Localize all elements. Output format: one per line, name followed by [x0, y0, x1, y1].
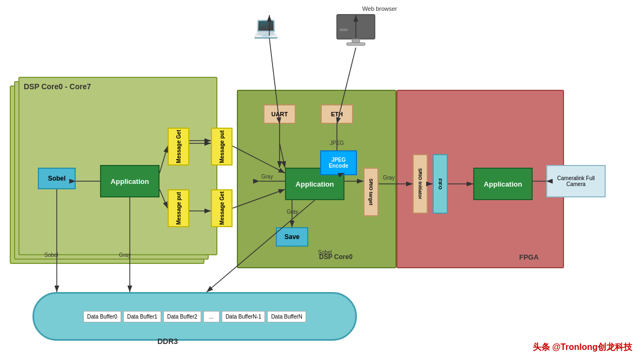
- web-browser-label: Web browser: [336, 5, 423, 12]
- watermark: 头条 @Tronlong创龙科技: [533, 342, 632, 353]
- ddr3-label: DDR3: [157, 337, 178, 346]
- diagram-area: DSP Core0 - Core7 DSP Core0 FPGA Web bro…: [0, 0, 643, 364]
- message-put-top: Message put: [211, 128, 233, 166]
- srio-initiator-box: SRIO Initiator: [413, 154, 428, 214]
- message-get-top: Message Get: [168, 128, 189, 166]
- svg-rect-3: [347, 43, 365, 45]
- application-fpga: Application: [473, 168, 533, 200]
- buffer-n: Data BufferN: [267, 311, 306, 322]
- save-box: Save: [276, 227, 308, 247]
- fifo-box: FIFO: [433, 154, 448, 214]
- message-get-bottom: Message Get: [211, 189, 233, 227]
- main-container: DSP Core0 - Core7 DSP Core0 FPGA Web bro…: [0, 0, 643, 364]
- message-put-bottom: Message put: [168, 189, 189, 227]
- laptop-icon: 💻: [253, 15, 279, 39]
- camera-box: Cameralink Full Camera: [546, 165, 606, 197]
- fpga-label: FPGA: [519, 253, 539, 261]
- ddr3-inner: Data Buffer0 Data Buffer1 Data Buffer2 .…: [83, 311, 306, 322]
- svg-text:⊡⊡⊡: ⊡⊡⊡: [340, 28, 348, 31]
- buffer-2: Data Buffer2: [163, 311, 201, 322]
- dsp-core0-label: DSP Core0: [319, 253, 353, 261]
- buffer-ellipsis: ...: [203, 311, 220, 322]
- dsp-cores-label: DSP Core0 - Core7: [24, 82, 91, 91]
- eth-box: ETH: [321, 104, 353, 124]
- buffer-1: Data Buffer1: [123, 311, 161, 322]
- sobel-box: Sobel: [38, 168, 76, 189]
- srio-target-box: SRIO target: [363, 168, 379, 216]
- application-dsp-cores: Application: [100, 165, 160, 197]
- jpeg-encode-box: JPEG Encode: [320, 150, 357, 175]
- monitor-icon: ⊡⊡⊡: [334, 12, 377, 52]
- uart-box: UART: [263, 104, 296, 124]
- svg-rect-1: [337, 15, 375, 39]
- ddr3-container: Data Buffer0 Data Buffer1 Data Buffer2 .…: [32, 292, 357, 341]
- buffer-n-minus-1: Data BufferN-1: [222, 311, 266, 322]
- buffer-0: Data Buffer0: [83, 311, 121, 322]
